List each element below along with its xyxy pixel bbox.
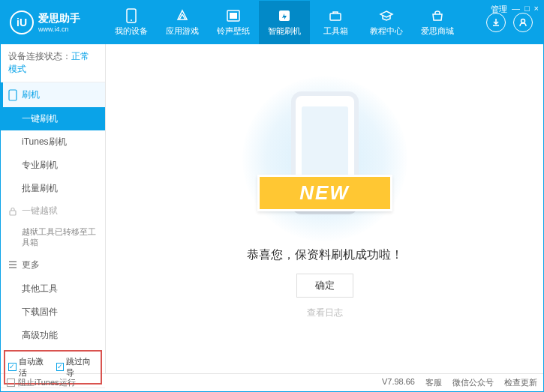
checkbox-icon: ✓ — [56, 363, 65, 371]
phone-icon — [124, 8, 139, 23]
tab-my-device[interactable]: 我的设备 — [106, 1, 157, 44]
svg-point-1 — [131, 19, 132, 21]
minimize-button[interactable]: — — [512, 4, 520, 15]
app-header: iU 爱思助手 www.i4.cn 我的设备 应用游戏 铃声壁纸 智能刷机 工具… — [1, 1, 543, 44]
success-message: 恭喜您，保资料刷机成功啦！ — [247, 247, 403, 263]
close-button[interactable]: × — [534, 4, 539, 15]
checkbox-icon — [7, 379, 15, 387]
nav-tabs: 我的设备 应用游戏 铃声壁纸 智能刷机 工具箱 教程中心 爱思商城 — [106, 1, 486, 44]
tab-tutorial[interactable]: 教程中心 — [361, 1, 412, 44]
connection-status: 设备连接状态：正常模式 — [1, 44, 105, 82]
success-illustration: NEW — [265, 84, 385, 234]
tab-ringtones[interactable]: 铃声壁纸 — [208, 1, 259, 44]
graduation-icon — [379, 8, 394, 23]
svg-point-6 — [521, 19, 525, 23]
app-url: www.i4.cn — [38, 25, 80, 33]
download-button[interactable] — [486, 13, 506, 32]
logo-area: iU 爱思助手 www.i4.cn — [1, 10, 106, 34]
header-actions — [486, 13, 543, 32]
section-jailbreak: 一键越狱 — [1, 200, 105, 222]
jailbreak-note: 越狱工具已转移至工具箱 — [1, 222, 105, 253]
sidebar-item-batch-flash[interactable]: 批量刷机 — [1, 177, 105, 200]
main-content: NEW 恭喜您，保资料刷机成功啦！ 确定 查看日志 — [106, 44, 543, 373]
app-name: 爱思助手 — [38, 12, 80, 25]
checkbox-skip-guide[interactable]: ✓ 跳过向导 — [56, 356, 98, 379]
svg-rect-3 — [230, 13, 237, 19]
checkbox-icon: ✓ — [8, 363, 17, 371]
support-link[interactable]: 客服 — [425, 377, 442, 388]
checkbox-block-itunes[interactable]: 阻止iTunes运行 — [7, 377, 76, 388]
version-label: V7.98.66 — [382, 377, 415, 388]
window-controls: 管理 — □ × — [491, 4, 539, 15]
sidebar-item-pro-flash[interactable]: 专业刷机 — [1, 154, 105, 177]
logo-icon: iU — [10, 10, 34, 34]
svg-rect-7 — [9, 90, 17, 100]
tab-store[interactable]: 爱思商城 — [412, 1, 463, 44]
store-icon — [430, 8, 445, 23]
check-update-link[interactable]: 检查更新 — [504, 377, 537, 388]
section-flash[interactable]: 刷机 — [1, 82, 105, 107]
tab-smart-flash[interactable]: 智能刷机 — [259, 1, 310, 44]
toolbox-icon — [328, 8, 343, 23]
sidebar: 设备连接状态：正常模式 刷机 一键刷机 iTunes刷机 专业刷机 批量刷机 一… — [1, 44, 106, 373]
sidebar-item-other-tools[interactable]: 其他工具 — [1, 277, 105, 301]
sidebar-item-download-firmware[interactable]: 下载固件 — [1, 301, 105, 324]
maximize-button[interactable]: □ — [524, 4, 530, 15]
confirm-button[interactable]: 确定 — [296, 274, 353, 298]
view-log-link[interactable]: 查看日志 — [307, 307, 343, 319]
tab-toolbox[interactable]: 工具箱 — [310, 1, 361, 44]
svg-rect-5 — [330, 13, 341, 20]
new-ribbon: NEW — [257, 175, 392, 211]
lock-icon — [8, 206, 17, 217]
svg-rect-8 — [10, 211, 16, 215]
wechat-link[interactable]: 微信公众号 — [452, 377, 494, 388]
phone-icon — [8, 89, 17, 101]
manage-button[interactable]: 管理 — [491, 4, 507, 15]
wallpaper-icon — [226, 8, 241, 23]
section-more[interactable]: 更多 — [1, 253, 105, 277]
checkbox-auto-activate[interactable]: ✓ 自动激活 — [8, 356, 50, 379]
apps-icon — [175, 8, 190, 23]
sidebar-item-advanced[interactable]: 高级功能 — [1, 324, 105, 347]
menu-icon — [8, 260, 17, 269]
sidebar-item-itunes-flash[interactable]: iTunes刷机 — [1, 130, 105, 154]
sidebar-item-oneclick-flash[interactable]: 一键刷机 — [1, 107, 105, 130]
tab-apps-games[interactable]: 应用游戏 — [157, 1, 208, 44]
user-button[interactable] — [513, 13, 533, 32]
flash-icon — [277, 8, 292, 23]
